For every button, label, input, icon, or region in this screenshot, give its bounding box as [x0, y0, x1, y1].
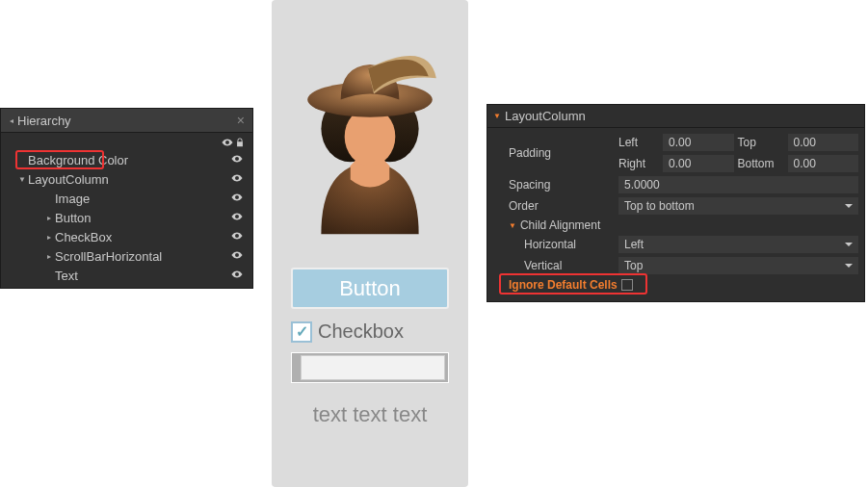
preview-panel: Button ✓ Checkbox text text text: [272, 0, 468, 487]
padding-left-label: Left: [618, 134, 659, 151]
visibility-icon[interactable]: [229, 153, 245, 168]
visibility-column-icon[interactable]: [222, 137, 233, 151]
visibility-icon[interactable]: [229, 192, 245, 207]
horizontal-dropdown[interactable]: Left: [618, 236, 858, 253]
padding-bottom-label: Bottom: [738, 155, 784, 172]
hierarchy-body: Background Color▼LayoutColumnImage▸Butto…: [1, 133, 252, 288]
tree-row[interactable]: ▸CheckBox: [1, 228, 252, 247]
lock-column-icon[interactable]: [235, 137, 245, 151]
tree-row[interactable]: Text: [1, 267, 252, 286]
close-icon[interactable]: ×: [237, 113, 245, 128]
tree-item-label: ScrollBarHorizontal: [55, 249, 229, 265]
vertical-label: Vertical: [493, 259, 618, 272]
visibility-icon[interactable]: [229, 211, 245, 226]
tree-item-label: Image: [55, 192, 229, 207]
tree-item-label: Button: [55, 211, 229, 226]
tree-row[interactable]: ▸Button: [1, 209, 252, 228]
tree-item-label: Text: [55, 269, 229, 284]
order-dropdown[interactable]: Top to bottom: [618, 197, 858, 215]
checkbox[interactable]: ✓ Checkbox: [291, 320, 449, 343]
horizontal-label: Horizontal: [493, 238, 618, 251]
hierarchy-title: Hierarchy: [17, 114, 237, 128]
expand-icon[interactable]: ▸: [43, 211, 55, 226]
expand-icon[interactable]: ▸: [43, 230, 55, 245]
hierarchy-panel: ◂ Hierarchy × Background Color▼LayoutCol…: [0, 108, 253, 289]
padding-top-label: Top: [738, 134, 784, 151]
visibility-icon[interactable]: [229, 172, 245, 188]
tree-row[interactable]: ▸ScrollBarHorizontal: [1, 247, 252, 267]
padding-right-label: Right: [618, 155, 659, 172]
button[interactable]: Button: [291, 268, 449, 309]
order-label: Order: [493, 199, 618, 213]
scrollbar-horizontal[interactable]: [291, 352, 449, 383]
expand-icon[interactable]: ▸: [43, 249, 55, 265]
expand-icon[interactable]: ▼: [16, 172, 28, 188]
padding-label: Padding: [493, 146, 618, 160]
collapse-icon[interactable]: ▼: [493, 112, 501, 120]
spacing-label: Spacing: [493, 178, 618, 192]
image: [292, 35, 448, 248]
tree-item-label: CheckBox: [55, 230, 229, 245]
button-label: Button: [339, 276, 401, 301]
ignore-default-cells-row[interactable]: Ignore Default Cells: [493, 276, 858, 294]
padding-left-field[interactable]: 0.00: [663, 134, 734, 151]
vertical-dropdown[interactable]: Top: [618, 257, 858, 274]
hierarchy-header: ◂ Hierarchy ×: [1, 109, 252, 133]
text: text text text: [291, 402, 449, 427]
child-alignment-group[interactable]: ▼ Child Alignment: [493, 217, 858, 234]
padding-right-field[interactable]: 0.00: [663, 155, 734, 172]
tree-row[interactable]: ▼LayoutColumn: [1, 170, 252, 190]
visibility-icon[interactable]: [229, 249, 245, 265]
padding-bottom-field[interactable]: 0.00: [788, 155, 859, 172]
child-alignment-label: Child Alignment: [520, 218, 600, 232]
properties-panel: ▼ LayoutColumn Padding Left 0.00 Top 0.0…: [487, 104, 865, 302]
tree-row[interactable]: Background Color: [1, 151, 252, 170]
tree-row[interactable]: Image: [1, 190, 252, 209]
padding-top-field[interactable]: 0.00: [788, 134, 859, 151]
properties-header[interactable]: ▼ LayoutColumn: [487, 105, 864, 128]
hierarchy-collapse-icon[interactable]: ◂: [9, 116, 14, 125]
checkbox-box[interactable]: ✓: [291, 321, 312, 343]
checkbox-label: Checkbox: [318, 320, 404, 343]
visibility-icon[interactable]: [229, 230, 245, 245]
spacing-field[interactable]: 5.0000: [618, 176, 858, 193]
tree-item-label: Background Color: [28, 153, 229, 168]
scrollbar-thumb[interactable]: [301, 355, 445, 380]
collapse-icon[interactable]: ▼: [509, 221, 516, 230]
ignore-default-cells-checkbox[interactable]: [621, 279, 633, 291]
ignore-default-cells-label: Ignore Default Cells: [509, 278, 618, 292]
properties-title: LayoutColumn: [505, 109, 586, 123]
visibility-icon[interactable]: [229, 269, 245, 284]
tree-item-label: LayoutColumn: [28, 172, 229, 188]
